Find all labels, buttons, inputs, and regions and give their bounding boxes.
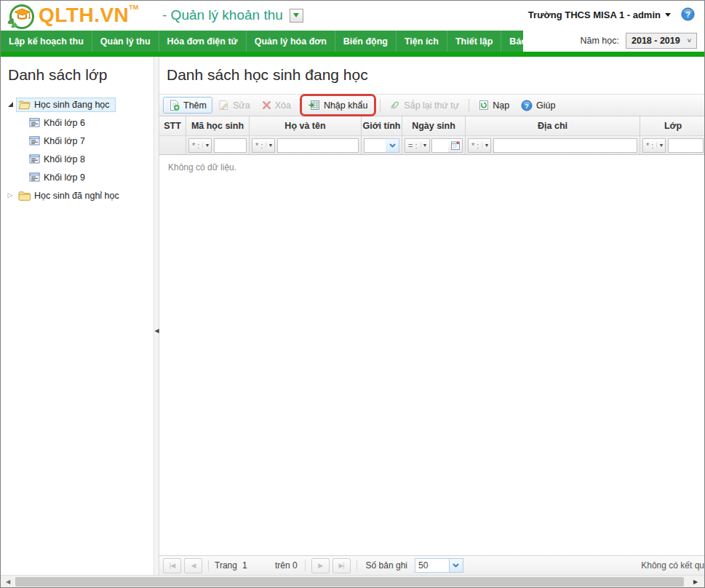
nav-tab-quan-ly-thu[interactable]: Quản lý thu — [92, 31, 159, 52]
module-subtitle: - Quản lý khoản thu — [162, 7, 303, 23]
account-menu[interactable]: Trường THCS MISA 1 - admin — [528, 9, 671, 20]
tree-expand-icon[interactable]: ▷ — [6, 192, 15, 199]
tree-item-khoi-lop-7[interactable]: Khối lớp 7 — [1, 132, 154, 150]
module-subtitle-label: - Quản lý khoản thu — [162, 7, 283, 23]
nav-tab-bao-cao[interactable]: Báo cáo — [501, 31, 523, 52]
tree-collapse-icon[interactable] — [6, 102, 15, 107]
pagination-bar: |◀ ◀ Trang trên 0 ▶ ▶| Số bản ghi 50 Khô… — [159, 555, 704, 575]
filter-operator-dropdown[interactable]: * : ▼ — [252, 138, 275, 153]
page-label: Trang — [215, 560, 237, 571]
svg-text:?: ? — [685, 10, 690, 19]
tree-item-khoi-lop-6[interactable]: Khối lớp 6 — [1, 114, 154, 132]
nav-tab-hoa-don-dien-tu[interactable]: Hóa đơn điện tử — [159, 31, 247, 52]
import-sheet-icon — [308, 100, 320, 111]
tree-item-khoi-lop-9[interactable]: Khối lớp 9 — [1, 168, 154, 186]
reorder-link-icon — [390, 100, 400, 111]
green-accent-strip — [1, 52, 704, 57]
filter-operator-dropdown[interactable]: * : ▼ — [468, 138, 491, 153]
column-header-ngay-sinh[interactable]: Ngày sinh — [402, 116, 465, 136]
filter-input-ma-hoc-sinh[interactable] — [214, 138, 247, 153]
column-header-stt[interactable]: STT — [159, 116, 186, 136]
folder-open-icon — [18, 100, 31, 110]
column-gioi-tinh: Giới tính — [362, 116, 402, 154]
sidebar-title: Danh sách lớp — [1, 57, 154, 84]
delete-x-icon — [262, 100, 271, 110]
filter-input-ho-va-ten[interactable] — [277, 138, 359, 153]
column-header-lop[interactable]: Lớp — [640, 116, 704, 136]
tree-item-label: Khối lớp 6 — [44, 118, 85, 128]
filter-operator-dropdown[interactable]: = : ▼ — [405, 138, 430, 153]
pager-separator — [208, 560, 209, 571]
add-button-label: Thêm — [183, 100, 207, 111]
refresh-button-label: Nạp — [493, 100, 509, 111]
school-year-select[interactable]: 2018 - 2019 ˅ — [626, 33, 697, 49]
scrollbar-thumb[interactable] — [15, 577, 684, 587]
main-nav: Lập kế hoạch thu Quản lý thu Hóa đơn điệ… — [1, 31, 523, 52]
logo-text: QLTH.VN — [39, 1, 129, 29]
page-title: Danh sách học sinh đang học — [159, 57, 704, 94]
caret-down-icon: ▼ — [202, 143, 211, 148]
column-ngay-sinh: Ngày sinh = : ▼ — [402, 116, 466, 154]
delete-button-label: Xóa — [275, 100, 291, 111]
filter-input-dia-chi[interactable] — [493, 138, 637, 153]
column-ma-hoc-sinh: Mã học sinh * : ▼ — [186, 116, 250, 154]
records-per-page-select[interactable]: 50 — [415, 558, 463, 573]
next-page-button: ▶ — [311, 558, 330, 573]
class-tree: Học sinh đang học Khối lớp 6 — [1, 95, 154, 204]
nav-tab-thiet-lap[interactable]: Thiết lập — [447, 31, 501, 52]
tree-item-hoc-sinh-da-nghi-hoc[interactable]: ▷ Học sinh đã nghỉ học — [1, 186, 154, 204]
scroll-right-arrow-icon[interactable]: ▶ — [690, 576, 701, 587]
column-header-ho-va-ten[interactable]: Họ và tên — [250, 116, 361, 136]
records-per-page-value: 50 — [415, 558, 450, 573]
toolbar: Thêm Sửa Xóa — [159, 94, 704, 116]
splitter-collapse-icon[interactable]: ◀ — [154, 327, 159, 334]
caret-down-icon: ▼ — [656, 143, 665, 148]
main-panel: Danh sách học sinh đang học Thêm — [159, 57, 704, 575]
filter-operator-dropdown[interactable]: * : ▼ — [188, 138, 212, 153]
add-page-icon — [169, 100, 180, 111]
horizontal-scrollbar[interactable]: ◀ ▶ — [1, 575, 704, 587]
filter-input-ngay-sinh[interactable] — [431, 138, 448, 153]
column-header-ma-hoc-sinh[interactable]: Mã học sinh — [186, 116, 249, 136]
page-number-input[interactable] — [240, 559, 262, 572]
school-year-label: Năm học: — [581, 36, 620, 46]
account-name: Trường THCS MISA 1 - admin — [528, 9, 661, 20]
class-list-icon — [29, 136, 40, 146]
tree-item-hoc-sinh-dang-hoc[interactable]: Học sinh đang học — [1, 95, 154, 114]
column-stt: STT — [159, 116, 186, 154]
filter-input-lop[interactable] — [668, 138, 704, 153]
refresh-button[interactable]: Nạp — [473, 97, 515, 114]
import-button[interactable]: Nhập khẩu — [303, 97, 373, 114]
scroll-left-arrow-icon[interactable]: ◀ — [3, 576, 13, 587]
nav-tab-bien-dong[interactable]: Biến động — [335, 31, 397, 52]
pager-separator — [305, 560, 306, 571]
filter-select-gioi-tinh[interactable] — [364, 138, 386, 153]
add-button[interactable]: Thêm — [163, 97, 212, 114]
grid-body: Không có dữ liệu. — [159, 155, 704, 555]
help-button[interactable]: ? Giúp — [515, 97, 561, 114]
first-page-button: |◀ — [163, 558, 181, 573]
nav-tab-quan-ly-hoa-don[interactable]: Quản lý hóa đơn — [247, 31, 335, 52]
nav-tab-lap-ke-hoach-thu[interactable]: Lập kế hoạch thu — [1, 31, 92, 52]
import-button-label: Nhập khẩu — [324, 100, 367, 111]
filter-operator-dropdown[interactable]: * : ▼ — [642, 138, 666, 153]
tree-item-label: Khối lớp 7 — [44, 136, 85, 146]
tree-item-label: Khối lớp 9 — [44, 172, 85, 183]
sidebar-splitter[interactable]: ◀ — [154, 57, 159, 575]
filter-operator-label: * : — [189, 141, 202, 150]
caret-down-icon: ▼ — [421, 143, 429, 148]
reorder-button: Sắp lại thứ tự — [384, 98, 465, 114]
column-header-dia-chi[interactable]: Địa chỉ — [466, 116, 640, 136]
column-ho-va-ten: Họ và tên * : ▼ — [250, 116, 362, 154]
help-button-label: Giúp — [536, 100, 555, 111]
column-header-gioi-tinh[interactable]: Giới tính — [362, 116, 402, 136]
combo-chevron-icon — [450, 558, 463, 573]
caret-down-icon: ▼ — [266, 143, 274, 148]
tree-item-khoi-lop-8[interactable]: Khối lớp 8 — [1, 150, 154, 168]
help-circle-icon[interactable]: ? — [681, 7, 695, 24]
column-lop: Lớp * : ▼ — [640, 116, 704, 154]
combo-chevron-icon[interactable] — [386, 138, 399, 153]
calendar-icon[interactable] — [448, 138, 463, 153]
module-dropdown-button[interactable] — [290, 9, 303, 23]
nav-tab-tien-ich[interactable]: Tiện ích — [397, 31, 447, 52]
